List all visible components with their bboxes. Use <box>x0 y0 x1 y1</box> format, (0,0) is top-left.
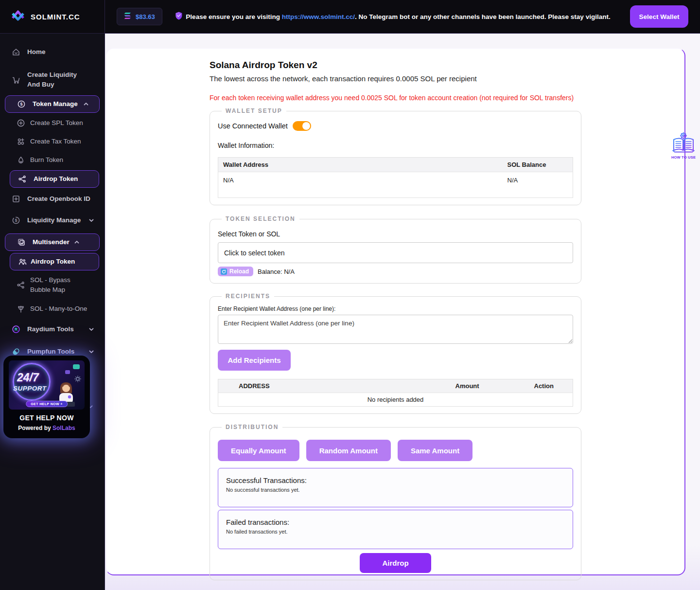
sidebar-item-label: Airdrop Token <box>31 257 75 267</box>
add-recipients-button[interactable]: Add Recipients <box>218 350 291 371</box>
table-row: N/A N/A <box>218 172 573 198</box>
token-selection-section: TOKEN SELECTION Select Token or SOL Clic… <box>210 215 581 284</box>
how-to-use-label: HOW TO USE <box>670 155 697 160</box>
powered-by: Powered by SolLabs <box>9 425 85 431</box>
sol-balance-header: SOL Balance <box>503 158 573 172</box>
security-notice: Please ensure you are visiting https://w… <box>175 12 610 21</box>
chevron-up-icon <box>74 241 79 244</box>
svg-text:$: $ <box>15 218 17 223</box>
chevron-down-icon <box>89 350 94 353</box>
notice-text: Please ensure you are visiting https://w… <box>186 13 610 20</box>
sidebar-item-create-tax-token[interactable]: Create Tax Token <box>0 133 105 150</box>
token-selection-legend: TOKEN SELECTION <box>222 215 299 222</box>
sidebar-item-create-liquidity-and-buy[interactable]: Create Liquidity And Buy <box>0 66 105 93</box>
sidebar-item-sol-many-to-one[interactable]: SOL - Many-to-One <box>0 301 105 317</box>
wallet-setup-section: WALLET SETUP Use Connected Wallet Wallet… <box>210 107 581 205</box>
sol-price-badge[interactable]: $83.63 <box>117 8 162 25</box>
no-recipients-text: No recipients added <box>218 393 573 407</box>
same-amount-button[interactable]: Same Amount <box>398 440 472 461</box>
support-support-text: SUPPORT <box>13 385 47 392</box>
page-title: Solana Airdrop Token v2 <box>210 60 581 71</box>
select-token-label: Select Token or SOL <box>218 230 573 238</box>
sidebar-item-raydium-tools[interactable]: R Raydium Tools <box>0 320 105 339</box>
home-icon <box>12 48 20 56</box>
balance-text: Balance: N/A <box>258 268 295 275</box>
sidebar-item-sol-bypass-bubble-map[interactable]: SOL - Bypass Bubble Map <box>0 273 105 297</box>
use-connected-wallet-label: Use Connected Wallet <box>218 122 288 130</box>
successful-transactions-empty: No successful transactions yet. <box>226 487 565 493</box>
sidebar-item-label: Pumpfun Tools <box>27 347 74 357</box>
reload-button[interactable]: Reload <box>218 267 253 276</box>
sidebar-item-create-openbook-id[interactable]: Create Openbook ID <box>0 191 105 207</box>
successful-transactions-box: Successful Transactions: No successful t… <box>218 468 573 507</box>
sidebar-item-create-spl-token[interactable]: Create SPL Token <box>0 115 105 131</box>
support-banner[interactable]: 24/7 SUPPORT GET HELP NOW + GET HELP NOW… <box>3 356 90 438</box>
sidebar-item-label: Home <box>27 47 46 57</box>
recipients-section: RECIPIENTS Enter Recipient Wallet Addres… <box>210 293 581 414</box>
table-row: No recipients added <box>218 393 573 407</box>
dollar-circle-icon: $ <box>17 100 26 108</box>
sidebar-item-label: Multisender <box>33 237 70 247</box>
pill-icon <box>12 347 20 356</box>
equally-amount-button[interactable]: Equally Amount <box>218 440 299 461</box>
how-to-use-widget[interactable]: HOW TO USE <box>670 131 697 160</box>
share-nodes-icon <box>18 175 27 183</box>
token-select-input[interactable]: Click to select token <box>218 242 573 263</box>
wallet-address-header: Wallet Address <box>218 158 503 172</box>
dollar-circle-icon: $ <box>12 216 20 225</box>
sidebar-item-home[interactable]: Home <box>0 43 105 61</box>
app-root: SOLMINT.CC Home Create Liquidity And Buy… <box>0 0 700 590</box>
sidebar-item-airdrop-token[interactable]: Airdrop Token <box>10 170 99 188</box>
logo[interactable]: SOLMINT.CC <box>0 0 105 34</box>
svg-text:$: $ <box>20 102 22 107</box>
how-to-use-book-icon <box>671 146 696 154</box>
recipients-textarea[interactable] <box>218 315 573 344</box>
wallet-setup-legend: WALLET SETUP <box>222 107 286 114</box>
get-help-now-label: GET HELP NOW <box>9 414 85 422</box>
wallet-address-value: N/A <box>218 172 503 198</box>
chat-bubble-decoration <box>73 364 80 369</box>
action-header: Action <box>529 379 573 393</box>
grid-plus-icon <box>17 137 25 146</box>
airdrop-button[interactable]: Airdrop <box>360 553 431 573</box>
use-connected-wallet-toggle[interactable] <box>293 121 311 131</box>
recipients-legend: RECIPIENTS <box>222 293 274 300</box>
flame-icon <box>17 156 25 164</box>
amount-header: Amount <box>451 379 529 393</box>
failed-transactions-title: Failed transactions: <box>226 518 565 526</box>
sidebar-item-label: SOL - Bypass Bubble Map <box>30 275 88 295</box>
topbar: $83.63 Please ensure you are visiting ht… <box>105 0 700 34</box>
sidebar-item-token-manage[interactable]: $ Token Manage <box>5 95 100 113</box>
solmint-logo-icon <box>10 8 26 25</box>
get-help-now-pill: GET HELP NOW + <box>26 401 68 407</box>
support-banner-image: 24/7 SUPPORT GET HELP NOW + <box>9 360 85 410</box>
sidebar-item-label: Create Tax Token <box>30 137 81 146</box>
sidebar-item-multisender[interactable]: Multisender <box>5 233 100 251</box>
sidebar-item-airdrop-token-multisender[interactable]: Airdrop Token <box>10 253 99 270</box>
sidebar-item-label: SOL - Many-to-One <box>30 304 87 314</box>
svg-text:R: R <box>15 327 18 332</box>
sidebar-item-label: Raydium Tools <box>27 324 74 334</box>
cart-icon <box>12 75 20 84</box>
sidebar-item-liquidity-manage[interactable]: $ Liquidity Manage <box>0 211 105 230</box>
sidebar-item-label: Create Openbook ID <box>27 194 90 204</box>
random-amount-button[interactable]: Random Amount <box>306 440 391 461</box>
sidebar-item-burn-token[interactable]: Burn Token <box>0 152 105 168</box>
failed-transactions-box: Failed transactions: No failed transacti… <box>218 510 573 549</box>
fee-warning: For each token receiving wallet address … <box>210 94 581 102</box>
recipients-label: Enter Recipient Wallet Address (one per … <box>218 305 573 312</box>
select-wallet-button[interactable]: Select Wallet <box>630 5 688 28</box>
plus-square-icon <box>12 195 20 203</box>
share-nodes-icon <box>17 281 25 289</box>
sidebar-item-label: Airdrop Token <box>34 174 78 184</box>
sollabs-link[interactable]: SolLabs <box>52 425 75 431</box>
solana-logo-icon <box>124 12 132 21</box>
merge-icon <box>17 304 25 313</box>
users-icon <box>18 257 27 266</box>
raydium-icon: R <box>12 325 20 334</box>
solmint-link[interactable]: https://www.solmint.cc/ <box>282 13 355 20</box>
refresh-icon <box>221 268 227 275</box>
distribution-legend: DISTRIBUTION <box>222 424 282 430</box>
wallet-information-label: Wallet Information: <box>218 142 573 149</box>
plus-circle-icon <box>17 119 25 127</box>
